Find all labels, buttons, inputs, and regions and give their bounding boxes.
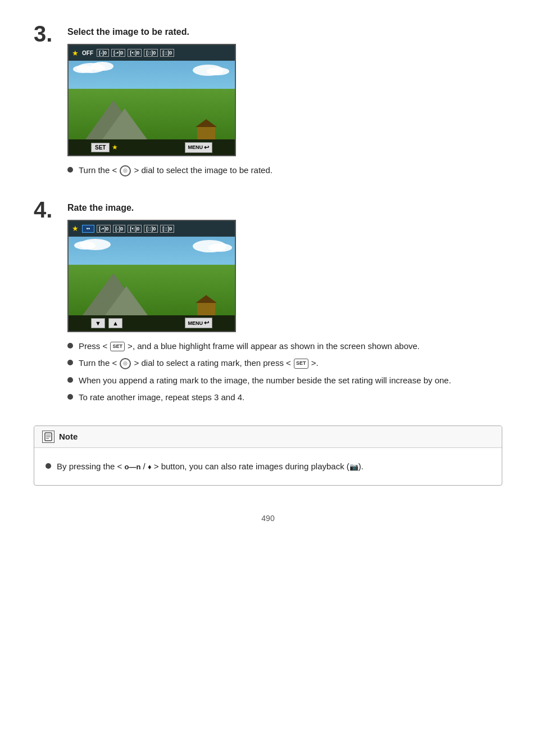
note-header: Note [34, 426, 502, 448]
step-3-content: Select the image to be rated. ★ OFF [- [67, 22, 502, 182]
bullet-4-1: Press < SET >, and a blue highlight fram… [67, 340, 502, 353]
bullets-4: Press < SET >, and a blue highlight fram… [67, 340, 502, 404]
set-icon-2: SET [294, 359, 308, 369]
rating-bar-4: ★ •• [-•]0 [-]0 [•:]0 [::]0 [::]0 [69, 221, 235, 237]
menu-arrow-icon: ↩ [204, 144, 209, 151]
rating-item-2: [-•]0 [111, 49, 125, 57]
set-icon: SET [110, 342, 125, 352]
on-button-icon: o—n [124, 463, 140, 471]
note-body: By pressing the < o—n / ♦ > button, you … [34, 448, 502, 486]
bullet-dot-4-2-icon [67, 360, 73, 365]
rating-off: OFF [82, 50, 93, 56]
star-icon: ★ [72, 49, 79, 57]
set-label: SET [91, 143, 110, 152]
step-4-content: Rate the image. ★ •• [-•]0 [-]0 [67, 198, 502, 409]
bullet-4-3: When you append a rating mark to the ima… [67, 374, 502, 387]
bottom-bar-3: SET ★ MENU ↩ [69, 139, 235, 155]
menu-label-4: MENU [188, 320, 203, 326]
bullet-4-2-text: Turn the < ◎ > dial to select a rating m… [79, 357, 319, 370]
note-text: By pressing the < o—n / ♦ > button, you … [57, 460, 364, 473]
bullet-4-1-text: Press < SET >, and a blue highlight fram… [79, 340, 420, 353]
menu-button-4: MENU ↩ [185, 318, 213, 328]
star-icon-4: ★ [72, 224, 79, 233]
rating-item-4-0: •• [82, 225, 94, 233]
bullet-dot-4-1-icon [67, 343, 73, 348]
rating-item-4-4: [::]0 [144, 225, 158, 233]
step-4: 4. Rate the image. ★ •• [-•]0 [34, 198, 502, 409]
menu-label: MENU [188, 144, 203, 150]
camera-screen-4: ★ •• [-•]0 [-]0 [•:]0 [::]0 [::]0 ▼ ▲ ME… [67, 220, 236, 332]
rating-item-1: [-]0 [97, 49, 109, 57]
bullet-3-1-text: Turn the < ◎ > dial to select the image … [79, 164, 272, 177]
note-bullet-dot-icon [46, 463, 51, 469]
step-3: 3. Select the image to be rated. ★ OFF [34, 22, 502, 182]
rating-item-4: [::]0 [144, 49, 158, 57]
menu-button-3: MENU ↩ [185, 142, 213, 153]
camera-screen-3: ★ OFF [-]0 [-•]0 [•:]0 [::]0 [::]0 SET ★… [67, 44, 236, 156]
mic-icon: ♦ [148, 463, 152, 471]
playback-icon: 📷 [349, 463, 358, 471]
bullet-4-4: To rate another image, repeat steps 3 an… [67, 391, 502, 404]
note-doc-icon [42, 431, 54, 443]
rating-item-5: [::]0 [160, 49, 174, 57]
step-4-number: 4. [34, 198, 67, 409]
step-3-title: Select the image to be rated. [67, 22, 502, 37]
dial-icon: ◎ [120, 165, 131, 176]
rating-bar-3: ★ OFF [-]0 [-•]0 [•:]0 [::]0 [::]0 [69, 45, 235, 61]
bullet-4-2: Turn the < ◎ > dial to select a rating m… [67, 357, 502, 370]
rating-item-4-1: [-•]0 [97, 225, 111, 233]
dial-icon-4: ◎ [120, 358, 131, 369]
note-title: Note [59, 432, 78, 441]
set-star-button: SET ★ [91, 143, 118, 152]
rating-item-4-3: [•:]0 [128, 225, 142, 233]
rating-item-4-2: [-]0 [113, 225, 125, 233]
step-4-title: Rate the image. [67, 198, 502, 213]
note-box: Note By pressing the < o—n / ♦ > button,… [34, 425, 502, 486]
bullet-dot-4-4-icon [67, 394, 73, 400]
note-bullet-1: By pressing the < o—n / ♦ > button, you … [46, 460, 490, 473]
step-3-number: 3. [34, 22, 67, 182]
bottom-bar-4: ▼ ▲ MENU ↩ [69, 315, 235, 331]
bullet-dot-4-3-icon [67, 377, 73, 383]
up-arrow-button: ▲ [108, 318, 122, 328]
rating-item-3: [•:]0 [128, 49, 142, 57]
star-label: ★ [112, 143, 118, 151]
bullet-4-3-text: When you append a rating mark to the ima… [79, 374, 451, 387]
rating-item-4-5: [::]0 [160, 225, 174, 233]
menu-arrow-icon-4: ↩ [204, 319, 209, 327]
arrow-buttons: ▼ ▲ [91, 318, 122, 328]
bullet-3-1: Turn the < ◎ > dial to select the image … [67, 164, 502, 177]
bullet-dot-icon [67, 167, 73, 173]
bullet-4-4-text: To rate another image, repeat steps 3 an… [79, 391, 244, 404]
down-arrow-button: ▼ [91, 318, 105, 328]
bullets-3: Turn the < ◎ > dial to select the image … [67, 164, 502, 177]
page-number: 490 [34, 514, 502, 523]
